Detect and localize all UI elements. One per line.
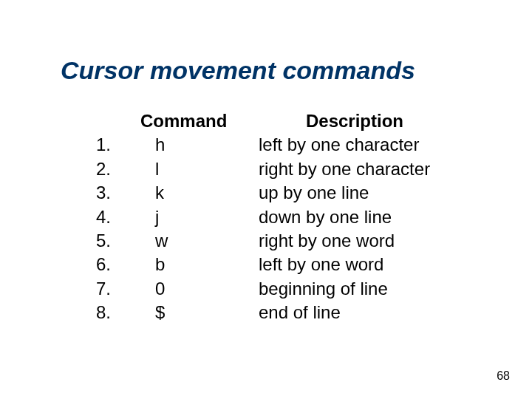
header-description: Description bbox=[244, 109, 466, 133]
row-number: 4. bbox=[96, 205, 140, 229]
slide: Cursor movement commands Command Descrip… bbox=[0, 0, 532, 399]
header-command: Command bbox=[140, 109, 244, 133]
table-row: 6. b left by one word bbox=[96, 253, 466, 276]
row-command: $ bbox=[140, 301, 259, 324]
row-command: b bbox=[140, 253, 259, 276]
table-header-row: Command Description bbox=[96, 109, 466, 133]
page-number: 68 bbox=[497, 369, 510, 383]
table-row: 4. j down by one line bbox=[96, 205, 466, 229]
row-number: 8. bbox=[96, 301, 140, 324]
slide-title: Cursor movement commands bbox=[0, 0, 532, 84]
row-description: up by one line bbox=[259, 181, 466, 205]
row-number: 6. bbox=[96, 253, 140, 276]
table-row: 1. h left by one character bbox=[96, 133, 466, 157]
row-number: 1. bbox=[96, 133, 140, 157]
row-description: beginning of line bbox=[259, 277, 466, 301]
row-description: left by one character bbox=[259, 133, 466, 157]
row-number: 3. bbox=[96, 181, 140, 205]
row-command: h bbox=[140, 133, 259, 157]
row-description: left by one word bbox=[259, 253, 466, 276]
row-command: l bbox=[140, 157, 259, 181]
row-description: right by one character bbox=[259, 157, 466, 181]
row-command: k bbox=[140, 181, 259, 205]
row-number: 7. bbox=[96, 277, 140, 301]
row-command: w bbox=[140, 229, 259, 253]
row-command: 0 bbox=[140, 277, 259, 301]
row-description: right by one word bbox=[259, 229, 466, 253]
row-number: 5. bbox=[96, 229, 140, 253]
table-row: 3. k up by one line bbox=[96, 181, 466, 205]
row-number: 2. bbox=[96, 157, 140, 181]
table-row: 5. w right by one word bbox=[96, 229, 466, 253]
table-row: 7. 0 beginning of line bbox=[96, 277, 466, 301]
row-description: down by one line bbox=[259, 205, 466, 229]
table-row: 2. l right by one character bbox=[96, 157, 466, 181]
row-command: j bbox=[140, 205, 259, 229]
row-description: end of line bbox=[259, 301, 466, 324]
table-row: 8. $ end of line bbox=[96, 301, 466, 324]
command-table: Command Description 1. h left by one cha… bbox=[96, 109, 466, 325]
